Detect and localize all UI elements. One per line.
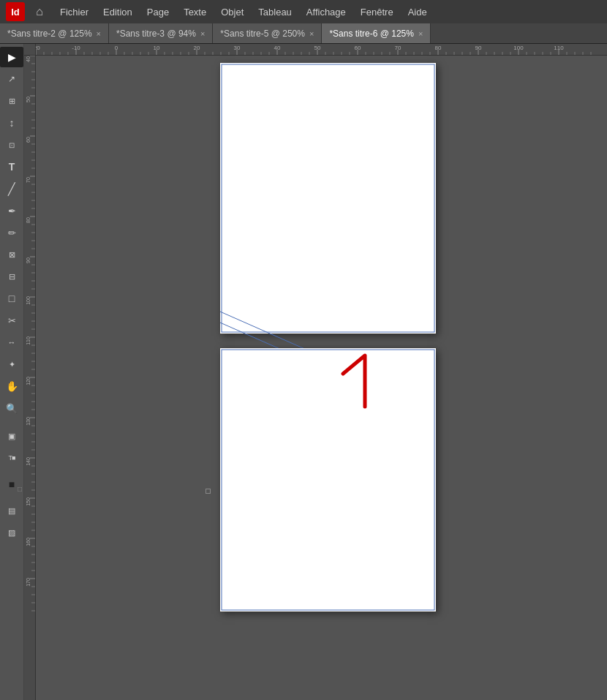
page-2-svg	[220, 348, 436, 611]
menu-page[interactable]: Page	[141, 4, 175, 20]
menu-edition[interactable]: Edition	[97, 4, 138, 20]
tool-gap[interactable]: ↕	[0, 113, 23, 133]
h-ruler	[36, 44, 607, 56]
tool-btn-b[interactable]: T■	[0, 448, 23, 468]
tab-1-close[interactable]: ×	[200, 29, 205, 38]
tool-fill-stroke[interactable]: ■ □	[0, 474, 23, 494]
v-ruler	[24, 56, 36, 700]
tool-rect-frame[interactable]: ⊟	[0, 266, 23, 287]
menu-fenetre[interactable]: Fenêtre	[355, 4, 399, 20]
tool-page[interactable]: ⊞	[0, 91, 23, 111]
tab-0[interactable]: *Sans titre-2 @ 125% ×	[0, 23, 109, 43]
tool-preview[interactable]: ▤	[0, 500, 23, 521]
anchor-point	[206, 489, 211, 494]
tab-0-close[interactable]: ×	[97, 29, 101, 38]
page-1	[220, 63, 436, 334]
tab-3-label: *Sans titre-6 @ 125%	[329, 29, 414, 39]
tool-zoom[interactable]: 🔍	[0, 398, 23, 418]
tool-eraser[interactable]: ⊠	[0, 244, 23, 265]
tool-content[interactable]: ⊡	[0, 135, 23, 155]
ruler-corner	[24, 44, 36, 56]
tab-0-label: *Sans titre-2 @ 125%	[7, 29, 92, 39]
menu-texte[interactable]: Texte	[178, 4, 212, 20]
menubar: Id ⌂ Fichier Edition Page Texte Objet Ta…	[0, 0, 607, 23]
tool-pen[interactable]: ✒	[0, 200, 23, 221]
canvas-row	[24, 56, 607, 700]
working-area[interactable]	[36, 56, 607, 700]
svg-rect-0	[222, 64, 434, 332]
menu-aide[interactable]: Aide	[402, 4, 433, 20]
tool-hand[interactable]: ✋	[0, 376, 23, 396]
tool-line[interactable]: ╱	[0, 178, 23, 199]
canvas-with-rulers	[24, 44, 607, 700]
v-ruler-canvas	[24, 56, 36, 700]
tool-rect[interactable]: □	[0, 288, 23, 309]
tool-free-transform[interactable]: ↔	[0, 332, 23, 353]
tool-direct-selection[interactable]: ↗	[0, 69, 23, 89]
page-1-svg	[220, 63, 436, 334]
svg-rect-3	[222, 350, 434, 610]
tool-pencil[interactable]: ✏	[0, 222, 23, 243]
menu-affichage[interactable]: Affichage	[301, 4, 352, 20]
h-ruler-canvas	[36, 44, 607, 56]
tab-1[interactable]: *Sans titre-3 @ 94% ×	[109, 23, 213, 43]
tab-3-close[interactable]: ×	[418, 29, 423, 38]
tool-selection[interactable]: ▶	[0, 47, 23, 67]
tabs-bar: *Sans titre-2 @ 125% × *Sans titre-3 @ 9…	[0, 23, 607, 44]
main-layout: ▶ ↗ ⊞ ↕ ⊡ T ╱ ✒ ✏ ⊠ ⊟ □ ✂ ↔ ✦ ✋ 🔍 ▣ T■ ■…	[0, 44, 607, 700]
tool-eyedropper[interactable]: ✦	[0, 354, 23, 375]
tool-scissors[interactable]: ✂	[0, 310, 23, 331]
tool-gradient2[interactable]: ▨	[0, 522, 23, 543]
tool-btn-a[interactable]: ▣	[0, 426, 23, 446]
page-2	[220, 348, 436, 611]
menu-fichier[interactable]: Fichier	[54, 4, 94, 20]
tab-2-close[interactable]: ×	[309, 29, 314, 38]
top-ruler-row	[24, 44, 607, 56]
tab-3[interactable]: *Sans titre-6 @ 125% ×	[322, 23, 431, 43]
app-logo: Id	[6, 2, 25, 21]
menu-tableau[interactable]: Tableau	[252, 4, 298, 20]
menu-objet[interactable]: Objet	[215, 4, 249, 20]
tool-type[interactable]: T	[0, 157, 23, 177]
toolbar: ▶ ↗ ⊞ ↕ ⊡ T ╱ ✒ ✏ ⊠ ⊟ □ ✂ ↔ ✦ ✋ 🔍 ▣ T■ ■…	[0, 44, 24, 700]
home-button[interactable]: ⌂	[31, 3, 48, 20]
tab-2[interactable]: *Sans titre-5 @ 250% ×	[213, 23, 322, 43]
tab-2-label: *Sans titre-5 @ 250%	[220, 29, 305, 39]
tab-1-label: *Sans titre-3 @ 94%	[116, 29, 196, 39]
